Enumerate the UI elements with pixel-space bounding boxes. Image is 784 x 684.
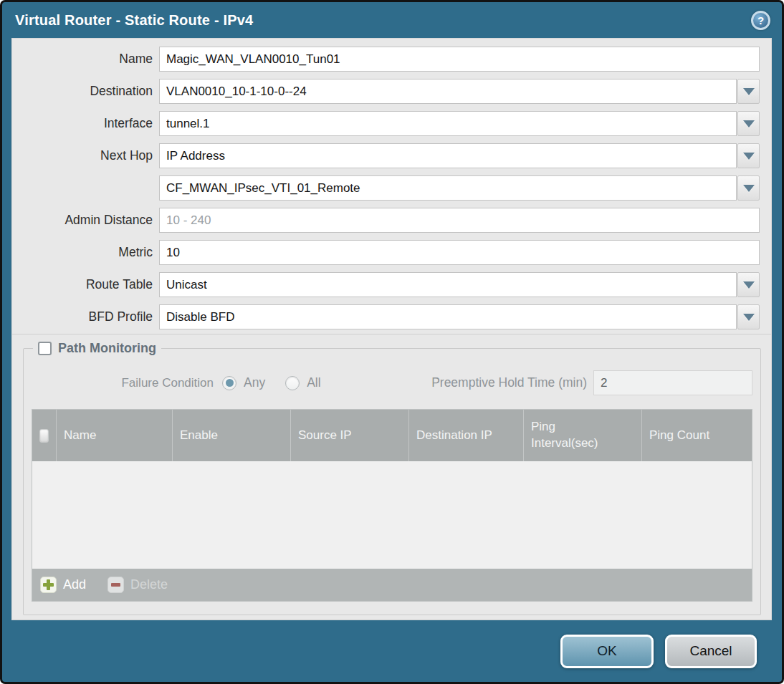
name-input[interactable] (159, 47, 760, 72)
minus-icon (107, 577, 124, 593)
chevron-down-icon (743, 185, 755, 192)
route-table-dropdown-button[interactable] (737, 272, 760, 297)
chevron-down-icon (743, 314, 755, 321)
help-glyph: ? (757, 14, 764, 27)
bfd-profile-dropdown-button[interactable] (737, 304, 760, 329)
bfd-profile-label: BFD Profile (12, 309, 153, 324)
table-header-destination-ip[interactable]: Destination IP (408, 410, 523, 461)
radio-any-label: Any (244, 375, 265, 390)
dialog-title: Virtual Router - Static Route - IPv4 (15, 12, 253, 29)
admin-distance-input[interactable] (159, 208, 760, 233)
metric-label: Metric (12, 245, 153, 260)
next-hop-label: Next Hop (12, 148, 153, 163)
path-monitoring-legend: Path Monitoring (33, 341, 161, 356)
interface-input[interactable] (159, 111, 737, 136)
failure-condition-row: Failure Condition Any All Preemptive Hol… (32, 370, 752, 395)
table-header-source-ip[interactable]: Source IP (290, 410, 408, 461)
table-header-name[interactable]: Name (56, 410, 172, 461)
static-route-dialog: Virtual Router - Static Route - IPv4 ? N… (0, 0, 784, 684)
help-icon[interactable]: ? (751, 11, 770, 30)
interface-dropdown-button[interactable] (737, 111, 760, 136)
radio-all-label: All (307, 375, 320, 390)
chevron-down-icon (743, 281, 755, 289)
plus-icon (40, 577, 57, 593)
failure-condition-label: Failure Condition (32, 376, 214, 390)
form-row-admin-distance: Admin Distance (12, 208, 760, 233)
ok-button[interactable]: OK (560, 635, 654, 668)
interface-label: Interface (12, 116, 153, 131)
chevron-down-icon (743, 153, 755, 160)
destination-dropdown-button[interactable] (737, 79, 760, 104)
route-table-input[interactable] (159, 272, 737, 297)
form-row-route-table: Route Table (12, 272, 760, 297)
delete-button-label: Delete (130, 577, 168, 592)
form-row-interface: Interface (12, 111, 760, 136)
radio-any[interactable] (222, 376, 236, 390)
table-header-ping-interval[interactable]: Ping Interval(sec) (523, 410, 641, 461)
table-header-ping-count[interactable]: Ping Count (641, 410, 752, 461)
delete-button[interactable]: Delete (107, 577, 168, 593)
path-monitoring-checkbox[interactable] (38, 342, 52, 355)
route-table-label: Route Table (12, 277, 153, 292)
add-button[interactable]: Add (40, 577, 86, 593)
section-divider (12, 334, 771, 334)
radio-option-any[interactable]: Any (222, 375, 265, 390)
chevron-down-icon (743, 88, 755, 95)
add-button-label: Add (63, 577, 86, 592)
table-header-row: Name Enable Source IP Destination IP Pin… (32, 410, 752, 461)
radio-all[interactable] (285, 376, 300, 390)
bfd-profile-input[interactable] (159, 304, 737, 329)
table-header-enable[interactable]: Enable (172, 410, 290, 461)
dialog-titlebar: Virtual Router - Static Route - IPv4 ? (2, 2, 782, 38)
select-all-checkbox[interactable] (39, 429, 49, 443)
form-row-bfd-profile: BFD Profile (12, 304, 760, 329)
admin-distance-label: Admin Distance (12, 213, 153, 228)
next-hop-address-input[interactable] (159, 175, 737, 201)
cancel-button[interactable]: Cancel (665, 635, 757, 668)
table-toolbar: Add Delete (32, 569, 752, 601)
chevron-down-icon (743, 120, 755, 127)
dialog-content: Name Destination Interface Next Hop (11, 38, 772, 620)
next-hop-address-dropdown-button[interactable] (737, 175, 760, 201)
table-body-empty (32, 461, 752, 569)
form-row-destination: Destination (12, 79, 760, 104)
form-row-metric: Metric (12, 240, 760, 265)
destination-input[interactable] (159, 79, 737, 104)
next-hop-type-dropdown-button[interactable] (737, 143, 760, 168)
form-row-next-hop-address (12, 175, 760, 201)
table-header-select (32, 410, 56, 461)
path-monitoring-title: Path Monitoring (58, 341, 156, 356)
form-row-name: Name (12, 47, 760, 72)
name-label: Name (12, 52, 153, 67)
radio-option-all[interactable]: All (285, 375, 320, 390)
failure-condition-options: Any All (222, 375, 341, 390)
path-monitoring-table: Name Enable Source IP Destination IP Pin… (32, 409, 752, 602)
preemptive-hold-time-input[interactable] (593, 370, 752, 395)
path-monitoring-section: Path Monitoring Failure Condition Any Al… (23, 341, 761, 615)
form-row-next-hop: Next Hop (12, 143, 760, 168)
metric-input[interactable] (159, 240, 760, 265)
destination-label: Destination (12, 84, 153, 99)
next-hop-type-input[interactable] (159, 143, 737, 168)
dialog-footer: OK Cancel (2, 620, 782, 682)
preemptive-hold-time-label: Preemptive Hold Time (min) (431, 375, 587, 390)
